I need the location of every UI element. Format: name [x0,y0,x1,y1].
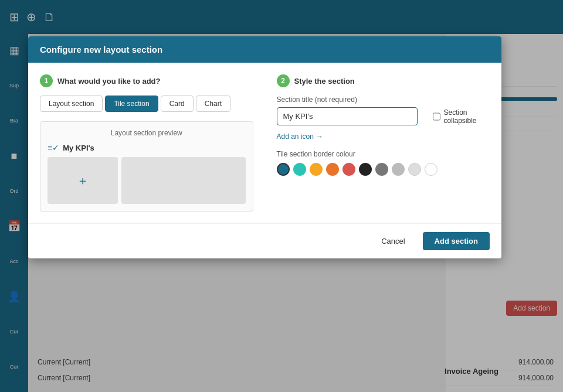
color-swatch-orange[interactable] [310,163,323,176]
dialog-header: Configure new layout section [28,36,501,63]
collapsible-checkbox[interactable] [433,113,440,121]
dialog-title: Configure new layout section [40,45,162,54]
preview-title-icon: ≡✓ [48,143,59,152]
preview-title-text: My KPI's [63,144,94,152]
step1-section: 1 What would you like to add? Layout sec… [40,74,253,212]
collapsible-row: Section collapsible [433,108,490,125]
input-row: Section collapsible [277,107,490,125]
step2-badge: 2 [277,74,290,87]
step2-header: 2 Style the section [277,74,490,87]
collapsible-label: Section collapsible [444,108,490,125]
arrow-right-icon: → [316,132,323,141]
border-colour-label: Tile section border colour [277,150,490,158]
configure-dialog: Configure new layout section 1 What woul… [28,36,501,258]
color-swatch-white[interactable] [425,163,437,176]
color-swatch-teal-dark[interactable] [277,163,290,176]
section-title-input[interactable] [277,107,418,125]
tab-chart[interactable]: Chart [196,96,230,112]
preview-label: Layout section preview [48,129,246,137]
step1-title: What would you like to add? [57,77,161,86]
step1-header: 1 What would you like to add? [40,74,253,87]
step2-section: 2 Style the section Section title (not r… [277,74,490,212]
preview-tile-empty [121,157,246,204]
preview-tiles: ＋ [48,157,246,204]
tab-layout-section[interactable]: Layout section [40,96,103,112]
tab-card[interactable]: Card [161,96,194,112]
preview-title-row: ≡✓ My KPI's [48,143,246,152]
tab-tile-section[interactable]: Tile section [105,96,158,112]
color-swatches [277,163,490,176]
layout-preview-box: Layout section preview ≡✓ My KPI's ＋ [40,121,253,212]
color-swatch-silver[interactable] [408,163,421,176]
preview-tile-add[interactable]: ＋ [48,157,118,204]
cancel-button[interactable]: Cancel [369,232,416,250]
dialog-footer: Cancel Add section [28,223,501,258]
color-swatch-gray-dark[interactable] [375,163,388,176]
step1-badge: 1 [40,74,53,87]
color-swatch-orange-dark[interactable] [326,163,339,176]
add-icon-link-text: Add an icon [277,132,314,141]
add-icon-link[interactable]: Add an icon → [277,132,323,141]
tab-row: Layout section Tile section Card Chart [40,96,253,112]
section-title-label: Section title (not required) [277,96,490,104]
color-swatch-teal-light[interactable] [293,163,306,176]
step2-title: Style the section [294,77,355,86]
color-swatch-gray-light[interactable] [392,163,405,176]
color-swatch-red[interactable] [342,163,355,176]
add-section-button[interactable]: Add section [423,232,490,250]
dialog-body: 1 What would you like to add? Layout sec… [28,63,501,223]
color-swatch-black[interactable] [359,163,372,176]
add-tile-icon: ＋ [77,173,89,189]
